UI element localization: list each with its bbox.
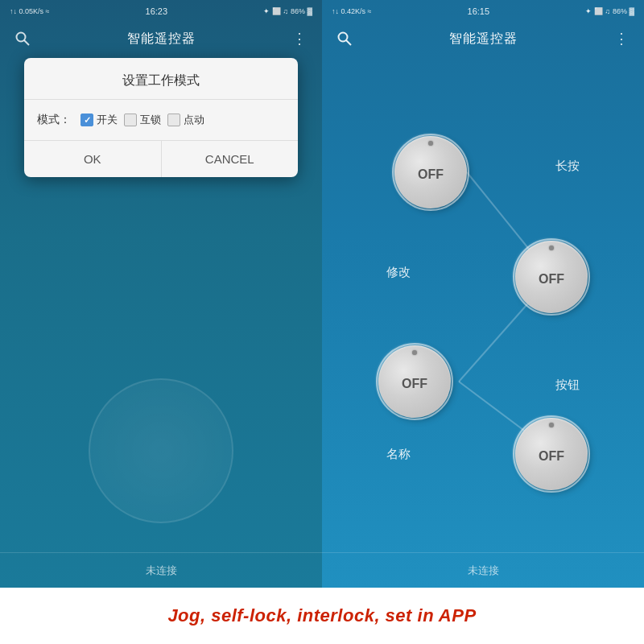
checkbox-kaiguan-box[interactable]: ✓: [80, 114, 93, 126]
right-status-time: 16:15: [468, 6, 490, 16]
left-status-bar: ↑↓ 0.05K/s ≈ 16:23 ✦ ⬜ ♫ 86% ▓: [0, 0, 322, 23]
left-more-icon[interactable]: ⋮: [288, 27, 311, 50]
svg-point-2: [339, 33, 348, 42]
right-connection-status: 未连接: [468, 564, 499, 578]
off-button-4[interactable]: OFF: [515, 418, 588, 490]
right-status-left: ↑↓ 0.42K/s ≈: [332, 7, 371, 15]
right-bottom-bar: 未连接: [322, 552, 644, 588]
left-app-title: 智能遥控器: [127, 31, 196, 47]
left-bottom-bar: 未连接: [0, 552, 322, 588]
left-phone: ↑↓ 0.05K/s ≈ 16:23 ✦ ⬜ ♫ 86% ▓ 智能遥控器 ⋮: [0, 0, 322, 588]
checkbox-husuo-box[interactable]: [124, 114, 137, 126]
caption-text: Jog, self-lock, interlock, set in APP: [167, 605, 476, 626]
left-status-right: ✦ ⬜ ♫ 86% ▓: [263, 7, 312, 15]
cancel-button[interactable]: CANCEL: [162, 141, 299, 177]
off-btn-ring-3: [376, 343, 453, 420]
left-battery: 86% ▓: [291, 7, 312, 15]
checkbox-husuo[interactable]: 互锁: [124, 113, 161, 127]
off-btn-ring-4: [513, 415, 590, 493]
left-top-bar: 智能遥控器 ⋮: [0, 23, 322, 58]
right-app-title: 智能遥控器: [449, 31, 518, 47]
dialog-title: 设置工作模式: [24, 58, 298, 100]
dialog-body: 模式： ✓ 开关 互锁 点动: [24, 100, 298, 141]
checkbox-diadong-label: 点动: [184, 113, 204, 127]
svg-line-1: [24, 40, 29, 45]
label-changanjian: 长按: [555, 159, 580, 174]
off-button-2[interactable]: OFF: [515, 241, 588, 313]
dialog-box: 设置工作模式 模式： ✓ 开关 互锁 点动: [24, 58, 298, 177]
right-battery: 86% ▓: [613, 7, 634, 15]
svg-point-0: [17, 33, 26, 42]
controls-area: OFF OFF OFF OFF: [322, 58, 644, 552]
checkmark-kaiguan: ✓: [84, 115, 91, 126]
left-search-icon[interactable]: [11, 27, 34, 50]
checkbox-husuo-label: 互锁: [140, 113, 161, 127]
checkbox-diadong-box[interactable]: [167, 114, 180, 126]
bg-circle: [89, 378, 233, 523]
label-xiugai: 修改: [386, 265, 411, 280]
right-status-icons: ✦ ⬜ ♫: [585, 7, 610, 15]
left-connection-status: 未连接: [146, 564, 177, 578]
right-phone: ↑↓ 0.42K/s ≈ 16:15 ✦ ⬜ ♫ 86% ▓ 智能遥控器 ⋮: [322, 0, 644, 588]
checkbox-kaiguan-label: 开关: [97, 113, 118, 127]
controls-layout: OFF OFF OFF OFF: [346, 104, 620, 506]
off-btn-ring-2: [513, 238, 590, 316]
dialog-buttons: OK CANCEL: [24, 141, 298, 177]
off-button-3[interactable]: OFF: [378, 345, 451, 418]
off-button-1[interactable]: OFF: [394, 136, 467, 208]
ok-button[interactable]: OK: [24, 141, 162, 177]
dialog-mode-label: 模式：: [37, 113, 71, 127]
caption-bar: Jog, self-lock, interlock, set in APP: [0, 588, 644, 644]
right-status-right: ✦ ⬜ ♫ 86% ▓: [585, 7, 634, 15]
right-more-icon[interactable]: ⋮: [610, 27, 633, 50]
left-status-left: ↑↓ 0.05K/s ≈: [10, 7, 49, 15]
checkbox-kaiguan[interactable]: ✓ 开关: [80, 113, 118, 127]
right-status-bar: ↑↓ 0.42K/s ≈ 16:15 ✦ ⬜ ♫ 86% ▓: [322, 0, 644, 23]
main-container: ↑↓ 0.05K/s ≈ 16:23 ✦ ⬜ ♫ 86% ▓ 智能遥控器 ⋮: [0, 0, 644, 644]
left-status-time: 16:23: [146, 6, 168, 16]
right-search-icon[interactable]: [333, 27, 356, 50]
svg-line-3: [346, 40, 351, 45]
label-anniu: 按钮: [555, 378, 580, 393]
checkbox-diadong[interactable]: 点动: [167, 113, 204, 127]
left-status-icons: ✦ ⬜ ♫: [263, 7, 288, 15]
label-mingcheng: 名称: [386, 447, 411, 462]
phones-row: ↑↓ 0.05K/s ≈ 16:23 ✦ ⬜ ♫ 86% ▓ 智能遥控器 ⋮: [0, 0, 644, 588]
off-btn-ring-1: [392, 134, 469, 211]
right-top-bar: 智能遥控器 ⋮: [322, 23, 644, 58]
